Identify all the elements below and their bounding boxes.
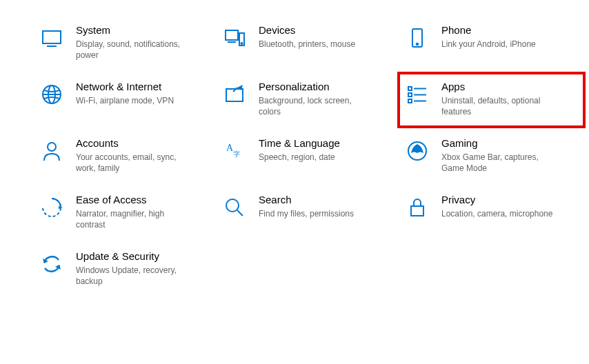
- svg-rect-0: [43, 31, 61, 43]
- settings-item-phone[interactable]: Phone Link your Android, iPhone: [400, 21, 583, 63]
- settings-item-desc: Your accounts, email, sync, work, family: [76, 152, 193, 174]
- phone-icon: [404, 25, 430, 51]
- settings-item-search[interactable]: Search Find my files, permissions: [217, 190, 400, 233]
- settings-item-title: System: [76, 23, 193, 37]
- settings-item-text: Phone Link your Android, iPhone: [441, 23, 543, 50]
- settings-item-network[interactable]: Network & Internet Wi-Fi, airplane mode,…: [34, 77, 217, 120]
- ease-of-access-icon: [39, 194, 65, 221]
- settings-item-desc: Display, sound, notifications, power: [76, 39, 193, 61]
- settings-item-text: Personalization Background, lock screen,…: [259, 80, 383, 117]
- settings-item-text: Gaming Xbox Game Bar, captures, Game Mod…: [441, 136, 566, 174]
- svg-point-19: [48, 143, 56, 151]
- settings-item-text: Apps Uninstall, defaults, optional featu…: [441, 80, 566, 117]
- settings-item-desc: Speech, region, date: [259, 152, 340, 163]
- settings-item-text: Time & Language Speech, region, date: [259, 136, 347, 163]
- settings-item-text: Network & Internet Wi-Fi, airplane mode,…: [76, 80, 181, 106]
- settings-item-gaming[interactable]: Gaming Xbox Game Bar, captures, Game Mod…: [400, 134, 583, 176]
- svg-rect-2: [226, 30, 238, 40]
- search-icon: [221, 194, 248, 221]
- settings-item-desc: Uninstall, defaults, optional features: [441, 95, 559, 117]
- settings-item-title: Gaming: [441, 136, 559, 150]
- settings-item-apps[interactable]: Apps Uninstall, defaults, optional featu…: [397, 72, 586, 128]
- settings-item-title: Network & Internet: [76, 80, 174, 94]
- settings-item-desc: Bluetooth, printers, mouse: [259, 39, 355, 50]
- settings-item-title: Devices: [259, 23, 355, 37]
- settings-item-title: Privacy: [441, 193, 552, 207]
- settings-item-desc: Link your Android, iPhone: [441, 39, 536, 50]
- settings-item-timelang[interactable]: A 字 Time & Language Speech, region, date: [217, 134, 400, 176]
- settings-item-text: System Display, sound, notifications, po…: [76, 23, 200, 61]
- settings-item-desc: Xbox Game Bar, captures, Game Mode: [441, 152, 559, 174]
- settings-item-personalization[interactable]: Personalization Background, lock screen,…: [217, 77, 400, 120]
- settings-item-ease[interactable]: Ease of Access Narrator, magnifier, high…: [34, 190, 217, 233]
- settings-item-desc: Location, camera, microphone: [441, 208, 552, 219]
- system-icon: [39, 25, 65, 51]
- settings-item-text: Accounts Your accounts, email, sync, wor…: [76, 136, 200, 174]
- settings-item-system[interactable]: System Display, sound, notifications, po…: [34, 21, 217, 63]
- settings-item-desc: Wi-Fi, airplane mode, VPN: [76, 95, 174, 106]
- settings-item-update[interactable]: Update & Security Windows Update, recove…: [34, 247, 217, 290]
- svg-text:字: 字: [233, 150, 240, 158]
- settings-item-devices[interactable]: Devices Bluetooth, printers, mouse: [217, 21, 400, 63]
- settings-item-desc: Narrator, magnifier, high contrast: [76, 208, 193, 230]
- svg-line-25: [237, 210, 243, 216]
- settings-item-title: Update & Security: [76, 250, 193, 263]
- svg-point-7: [417, 43, 418, 45]
- svg-rect-26: [411, 206, 423, 216]
- settings-item-text: Search Find my files, permissions: [259, 193, 361, 219]
- privacy-icon: [404, 194, 430, 221]
- gaming-icon: [404, 138, 430, 164]
- settings-item-text: Privacy Location, camera, microphone: [441, 193, 559, 219]
- svg-rect-14: [408, 93, 412, 97]
- settings-item-text: Update & Security Windows Update, recove…: [76, 250, 200, 287]
- settings-item-title: Search: [259, 193, 354, 207]
- settings-item-title: Accounts: [76, 136, 193, 150]
- settings-item-text: Ease of Access Narrator, magnifier, high…: [76, 193, 200, 230]
- devices-icon: [221, 25, 248, 51]
- settings-item-title: Phone: [441, 23, 536, 37]
- settings-item-text: Devices Bluetooth, printers, mouse: [259, 23, 362, 50]
- settings-item-desc: Find my files, permissions: [259, 208, 354, 219]
- settings-item-title: Time & Language: [259, 136, 340, 150]
- time-language-icon: A 字: [221, 138, 248, 164]
- personalization-icon: [221, 81, 248, 108]
- svg-point-5: [241, 43, 243, 44]
- network-icon: [39, 81, 65, 108]
- settings-grid: System Display, sound, notifications, po…: [0, 0, 589, 290]
- settings-item-desc: Background, lock screen, colors: [259, 95, 376, 117]
- settings-item-privacy[interactable]: Privacy Location, camera, microphone: [400, 190, 583, 233]
- settings-item-title: Apps: [441, 80, 559, 94]
- update-security-icon: [39, 251, 65, 277]
- svg-rect-15: [408, 99, 412, 103]
- settings-item-desc: Windows Update, recovery, backup: [76, 265, 193, 287]
- accounts-icon: [39, 138, 65, 164]
- settings-item-accounts[interactable]: Accounts Your accounts, email, sync, wor…: [34, 134, 217, 176]
- svg-rect-13: [408, 87, 412, 90]
- settings-item-title: Personalization: [259, 80, 376, 94]
- settings-item-title: Ease of Access: [76, 193, 193, 207]
- svg-point-24: [226, 199, 239, 212]
- apps-icon: [404, 81, 430, 108]
